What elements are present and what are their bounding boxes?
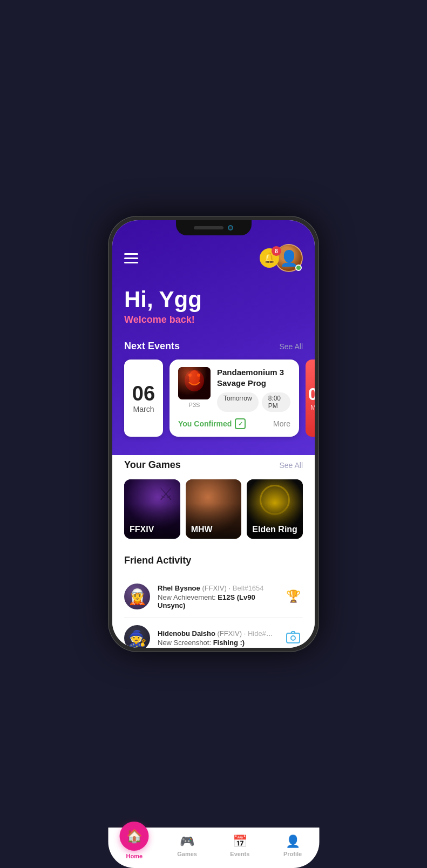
friend-name-line-2: Hidenobu Daisho (FFXIV) · Hide#4804 xyxy=(158,629,276,638)
svg-point-4 xyxy=(197,374,200,377)
game-card-elden[interactable]: Elden Ring xyxy=(247,479,303,539)
confirmed-label: You Confirmed xyxy=(178,419,232,428)
game-name-ffxiv: FFXIV xyxy=(130,525,154,534)
friend-avatar-1 xyxy=(124,584,150,609)
events-see-all[interactable]: See All xyxy=(279,342,303,351)
friend-tag-1: Bell#1654 xyxy=(233,584,264,592)
screenshot-icon xyxy=(286,630,301,646)
friend-action-label-2: New Screenshot: xyxy=(158,639,211,647)
more-button[interactable]: More xyxy=(273,419,290,428)
greeting-section: Hi, Ygg Welcome back! xyxy=(124,287,303,326)
event-info: Pandaemonium 3 Savage Prog Tomorrow 8:00… xyxy=(217,367,290,412)
friend-action-detail-2: Fishing :) xyxy=(213,639,245,647)
game-name-elden: Elden Ring xyxy=(252,525,297,534)
games-section-header: Your Games See All xyxy=(124,459,303,471)
notch-camera xyxy=(228,225,233,230)
friend-name-2: Hidenobu Daisho xyxy=(158,629,215,638)
svg-point-2 xyxy=(189,370,200,385)
friend-item-2[interactable]: Hidenobu Daisho (FFXIV) · Hide#4804 New … xyxy=(124,618,303,648)
header-section: 🔔 8 Hi, Ygg Welcome back! xyxy=(112,220,315,455)
greeting-text: Hi, Ygg xyxy=(124,287,303,312)
friend-tag-2: Hide#4804 xyxy=(248,629,276,638)
event-card-top: P3S Pandaemonium 3 Savage Prog Tomorrow … xyxy=(178,367,290,412)
friend-action-label-1: New Achievement: xyxy=(158,593,216,601)
friend-info-2: Hidenobu Daisho (FFXIV) · Hide#4804 New … xyxy=(158,629,276,647)
event-card-1[interactable]: P3S Pandaemonium 3 Savage Prog Tomorrow … xyxy=(170,360,299,437)
games-grid: FFXIV MHW Elden Ring xyxy=(124,479,303,539)
phone-screen: 🔔 8 Hi, Ygg Welcome back! xyxy=(112,220,315,648)
svg-point-1 xyxy=(185,370,204,391)
game-overlay-elden: Elden Ring xyxy=(247,479,303,539)
event-date-month-2: Marc xyxy=(310,404,315,411)
event-tag-when: Tomorrow xyxy=(217,392,259,412)
friend-item-1[interactable]: Rhel Bysnoe (FFXIV) · Bell#1654 New Achi… xyxy=(124,576,303,618)
games-see-all[interactable]: See All xyxy=(279,461,303,470)
game-name-mhw: MHW xyxy=(191,525,213,534)
game-card-ffxiv[interactable]: FFXIV xyxy=(124,479,180,539)
friend-action-2: New Screenshot: Fishing :) xyxy=(158,639,276,647)
friend-game-2: (FFXIV) xyxy=(218,629,242,638)
friend-game-1: (FFXIV) xyxy=(202,584,227,592)
friend-icon-2 xyxy=(283,628,303,648)
event-card-bottom: You Confirmed ✓ More xyxy=(178,418,290,429)
top-bar: 🔔 8 xyxy=(124,244,303,272)
svg-point-3 xyxy=(188,374,192,377)
friend-icon-1: 🏆 xyxy=(283,587,303,606)
event-date-card-1[interactable]: 06 March xyxy=(124,360,163,437)
event-date-day-2: 09 xyxy=(308,385,315,403)
games-title: Your Games xyxy=(124,459,181,471)
friend-activity-title: Friend Activity xyxy=(124,555,303,566)
event-game-label: P3S xyxy=(178,402,211,408)
event-tags: Tomorrow 8:00 PM xyxy=(217,392,290,412)
notch-speaker xyxy=(194,226,223,229)
trophy-icon: 🏆 xyxy=(286,589,301,603)
event-date-day-1: 06 xyxy=(132,383,155,404)
event-date-month-1: March xyxy=(133,405,154,413)
phone-frame: 🔔 8 Hi, Ygg Welcome back! xyxy=(108,216,319,652)
friend-info-1: Rhel Bysnoe (FFXIV) · Bell#1654 New Achi… xyxy=(158,584,276,609)
welcome-text: Welcome back! xyxy=(124,314,303,326)
event-date-card-2[interactable]: 09 Marc xyxy=(306,360,315,437)
phone-notch xyxy=(176,220,252,235)
friend-action-1: New Achievement: E12S (Lv90 Unsync) xyxy=(158,593,276,609)
events-section-header: Next Events See All xyxy=(124,341,303,352)
event-game-thumb xyxy=(178,367,211,399)
game-overlay-mhw: MHW xyxy=(186,479,242,539)
friend-name-1: Rhel Bysnoe xyxy=(158,584,200,592)
svg-rect-0 xyxy=(178,367,211,399)
event-tag-time: 8:00 PM xyxy=(262,392,290,412)
notification-badge: 8 xyxy=(272,246,281,256)
confirmed-status: You Confirmed ✓ xyxy=(178,418,246,429)
friend-name-line-1: Rhel Bysnoe (FFXIV) · Bell#1654 xyxy=(158,584,276,592)
event-title: Pandaemonium 3 Savage Prog xyxy=(217,367,290,388)
game-card-mhw[interactable]: MHW xyxy=(186,479,242,539)
confirmed-check-icon: ✓ xyxy=(235,418,246,429)
screen-content: 🔔 8 Hi, Ygg Welcome back! xyxy=(112,220,315,648)
notification-bell[interactable]: 🔔 8 xyxy=(260,248,279,268)
svg-rect-5 xyxy=(287,633,300,643)
top-bar-right: 🔔 8 xyxy=(260,244,303,272)
online-indicator xyxy=(295,265,302,271)
events-carousel: 06 March xyxy=(124,360,303,439)
events-title: Next Events xyxy=(124,341,180,352)
game-overlay-ffxiv: FFXIV xyxy=(124,479,180,539)
hamburger-menu[interactable] xyxy=(124,253,138,263)
svg-point-6 xyxy=(291,636,295,640)
friend-avatar-2 xyxy=(124,625,150,648)
content-section: Your Games See All FFXIV MHW xyxy=(112,444,315,648)
